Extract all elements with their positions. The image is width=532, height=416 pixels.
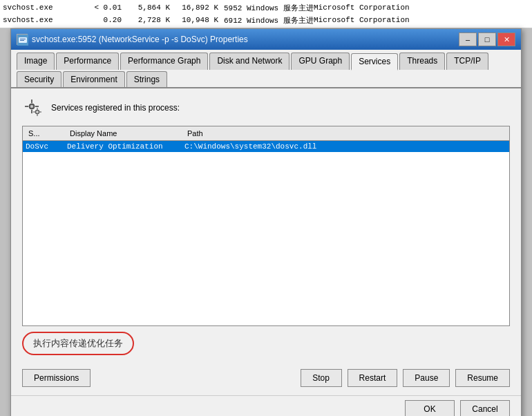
dialog-footer: OK Cancel: [11, 395, 521, 416]
tab-services[interactable]: Services: [351, 53, 398, 70]
tab-gpu-graph[interactable]: GPU Graph: [291, 53, 350, 70]
background-rows: svchost.exe < 0.01 5,864 K 16,892 K 5952…: [0, 0, 532, 28]
bg-process-name-2: svchost.exe: [3, 16, 86, 24]
tab-tcp-ip[interactable]: TCP/IP: [446, 53, 488, 70]
bottom-right-buttons: Stop Restart Pause Resume: [301, 369, 510, 387]
bg-process-name-1: svchost.exe: [3, 3, 86, 12]
svg-point-5: [30, 105, 33, 108]
title-bar: svchost.exe:5952 (NetworkService -p -s D…: [11, 29, 521, 50]
services-header: Services registered in this process:: [22, 97, 510, 119]
bg-cpu-1: < 0.01: [86, 3, 127, 12]
svg-rect-7: [31, 110, 32, 113]
bg-row-2: svchost.exe 0.20 2,728 K 10,948 K 6912 W…: [3, 14, 529, 26]
properties-dialog: svchost.exe:5952 (NetworkService -p -s D…: [10, 28, 522, 416]
permissions-button[interactable]: Permissions: [22, 369, 91, 387]
tab-performance[interactable]: Performance: [56, 53, 119, 70]
services-icon: [22, 97, 44, 119]
svg-rect-9: [35, 106, 39, 107]
description-text: 执行内容传递优化任务: [33, 338, 123, 348]
svg-rect-8: [25, 106, 28, 107]
stop-button[interactable]: Stop: [301, 369, 342, 387]
cancel-button[interactable]: Cancel: [460, 400, 510, 416]
tab-strings[interactable]: Strings: [126, 71, 167, 87]
restart-button[interactable]: Restart: [348, 369, 398, 387]
svg-rect-15: [33, 111, 35, 113]
description-box: 执行内容传递优化任务: [22, 332, 134, 355]
bg-disk-1: 16,892 K: [175, 3, 224, 12]
col-header-sname: S...: [26, 128, 67, 139]
table-row[interactable]: DoSvc Delivery Optimization C:\Windows\s…: [23, 141, 509, 152]
bg-cpu-2: 0.20: [86, 16, 127, 24]
row-sname: DoSvc: [26, 142, 67, 151]
col-header-path: Path: [184, 128, 506, 139]
bg-pid-1: 5952 Windows 服务主进程: [224, 3, 314, 13]
tab-environment[interactable]: Environment: [63, 71, 124, 87]
svg-rect-3: [20, 40, 24, 41]
bg-disk-2: 10,948 K: [175, 16, 224, 24]
table-header: S... Display Name Path: [23, 126, 509, 141]
tab-disk-network[interactable]: Disk and Network: [209, 53, 289, 70]
title-icon: [17, 34, 28, 45]
tab-performance-graph[interactable]: Performance Graph: [120, 53, 208, 70]
svg-rect-13: [37, 108, 38, 110]
row-path: C:\Windows\system32\dosvc.dll: [184, 142, 506, 151]
tab-content: Services registered in this process: S..…: [11, 88, 521, 363]
maximize-button[interactable]: □: [478, 32, 496, 46]
bg-company-1: Microsoft Corporation: [314, 3, 424, 12]
svg-rect-14: [37, 114, 38, 116]
bg-company-2: Microsoft Corporation: [314, 16, 424, 24]
services-header-text: Services registered in this process:: [51, 103, 180, 113]
description-area: 执行内容传递优化任务: [22, 332, 510, 355]
pause-button[interactable]: Pause: [403, 369, 450, 387]
row-display: Delivery Optimization: [67, 142, 184, 151]
ok-button[interactable]: OK: [405, 400, 455, 416]
close-button[interactable]: ✕: [497, 32, 515, 46]
title-bar-left: svchost.exe:5952 (NetworkService -p -s D…: [17, 34, 248, 45]
bottom-left-buttons: Permissions: [22, 369, 91, 387]
resume-button[interactable]: Resume: [455, 369, 510, 387]
svg-rect-2: [20, 39, 26, 39]
tab-threads[interactable]: Threads: [399, 53, 445, 70]
title-text: svchost.exe:5952 (NetworkService -p -s D…: [32, 35, 248, 44]
svg-rect-16: [39, 111, 41, 113]
svg-point-12: [37, 111, 39, 113]
bottom-actions: Permissions Stop Restart Pause Resume: [11, 363, 521, 395]
bg-mem-1: 5,864 K: [127, 3, 175, 12]
bg-row-1: svchost.exe < 0.01 5,864 K 16,892 K 5952…: [3, 1, 529, 14]
tab-image[interactable]: Image: [17, 53, 55, 70]
tab-bar: Image Performance Performance Graph Disk…: [11, 50, 521, 88]
bg-mem-2: 2,728 K: [127, 16, 175, 24]
col-header-display: Display Name: [67, 128, 184, 139]
tab-security[interactable]: Security: [17, 71, 61, 87]
bg-pid-2: 6912 Windows 服务主进程: [224, 15, 314, 26]
svg-rect-6: [31, 100, 32, 103]
services-table: S... Display Name Path DoSvc Delivery Op…: [22, 126, 510, 326]
title-controls: – □ ✕: [459, 32, 515, 46]
minimize-button[interactable]: –: [459, 32, 477, 46]
